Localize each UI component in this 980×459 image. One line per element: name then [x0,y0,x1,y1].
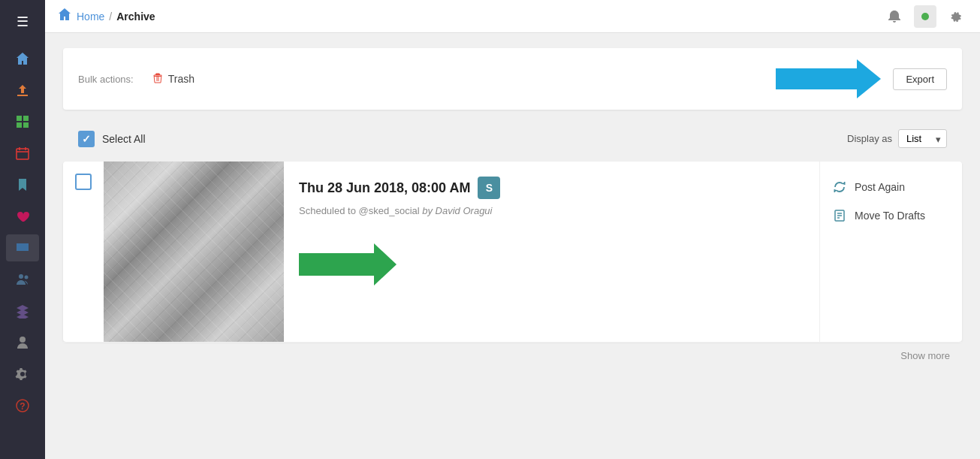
select-all-label: Select All [102,133,146,145]
trash-label: Trash [168,73,194,85]
trash-button[interactable]: Trash [146,69,201,89]
refresh-icon [832,180,847,195]
sidebar-item-heart[interactable] [6,203,39,230]
svg-text:?: ? [20,401,25,412]
show-more-button[interactable]: Show more [63,342,962,369]
post-image-bw [104,162,284,342]
breadcrumb-separator: / [109,11,112,23]
trash-icon [152,72,164,86]
display-as-wrapper: List Grid [898,129,947,148]
online-dot [921,13,929,20]
svg-rect-14 [154,76,161,77]
sidebar-item-grid[interactable] [6,108,39,135]
breadcrumb-home[interactable]: Home [77,11,104,23]
post-image [104,162,284,342]
svg-point-10 [20,337,26,343]
display-as-select[interactable]: List Grid [898,129,947,148]
blue-arrow-decoration [776,60,881,98]
notification-button[interactable] [882,5,906,29]
post-select-checkbox[interactable] [75,174,92,190]
breadcrumb: Home / Archive [57,7,882,26]
settings-button[interactable] [944,5,968,29]
sidebar-item-settings[interactable] [6,361,39,388]
sidebar-item-person[interactable] [6,329,39,356]
breadcrumb-current: Archive [116,11,155,23]
sidebar-item-help[interactable]: ? [6,392,39,419]
svg-rect-4 [17,149,29,159]
content-area: Bulk actions: Trash Export Select All Di… [45,33,980,459]
sidebar-item-calendar[interactable] [6,140,39,167]
post-scheduled-by: Scheduled to @sked_social by David Oragu… [299,205,804,216]
svg-rect-2 [17,122,22,128]
sidebar-item-upload[interactable] [6,77,39,104]
sidebar: ☰ ? [0,0,45,459]
post-card: Thu 28 Jun 2018, 08:00 AM S Scheduled to… [63,162,962,342]
export-button[interactable]: Export [893,68,947,90]
green-arrow-decoration [299,243,397,285]
main-area: Home / Archive Bulk actions: Tras [45,0,980,459]
post-datetime: Thu 28 Jun 2018, 08:00 AM [299,180,470,196]
home-icon [57,7,72,26]
topbar: Home / Archive [45,0,980,33]
svg-point-8 [19,274,23,279]
display-as-label: Display as [847,133,892,144]
post-details: Thu 28 Jun 2018, 08:00 AM S Scheduled to… [284,162,819,342]
post-again-label: Post Again [855,181,905,193]
sidebar-item-inbox[interactable] [6,234,39,261]
post-user-avatar: S [478,177,500,199]
svg-point-9 [25,276,29,279]
select-all-checkbox[interactable] [78,131,95,147]
post-again-button[interactable]: Post Again [832,177,950,198]
display-as-control: Display as List Grid [847,129,947,148]
move-to-drafts-button[interactable]: Move To Drafts [832,205,950,226]
post-card-left [63,162,104,342]
status-indicator [914,5,936,28]
sidebar-item-bookmark[interactable] [6,171,39,198]
topbar-actions [882,5,968,29]
blue-arrow-area: Export [201,60,947,98]
post-actions-panel: Post Again Move To Drafts [819,162,962,342]
move-to-drafts-label: Move To Drafts [855,210,925,222]
bulk-actions-label: Bulk actions: [78,74,134,85]
sidebar-item-home[interactable] [6,45,39,72]
bulk-actions-bar: Bulk actions: Trash Export [63,48,962,110]
svg-rect-1 [23,116,29,121]
svg-rect-3 [23,122,29,128]
sidebar-item-people[interactable] [6,266,39,293]
select-all-row: Select All Display as List Grid [63,122,962,156]
draft-icon [832,208,847,223]
svg-rect-0 [17,116,22,121]
sidebar-item-layers[interactable] [6,297,39,325]
hamburger-menu[interactable]: ☰ [0,8,45,36]
